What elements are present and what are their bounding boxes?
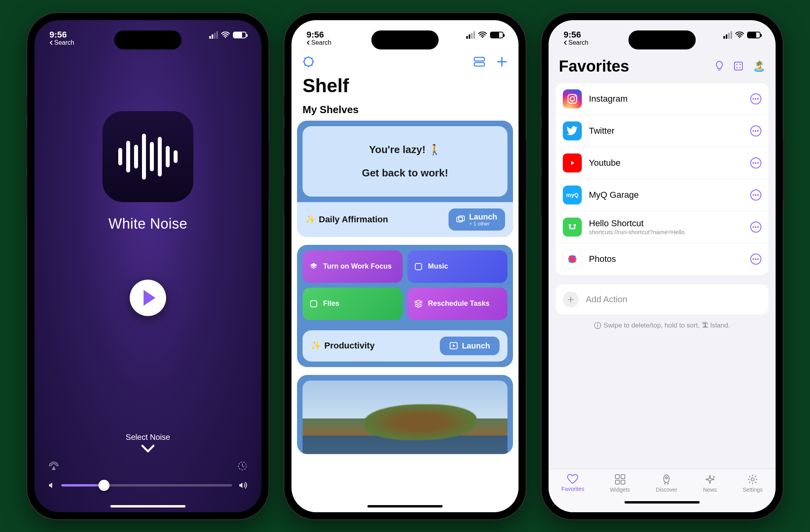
svg-rect-19 xyxy=(734,62,742,70)
page-title: Favorites xyxy=(559,57,629,75)
wifi-icon xyxy=(221,32,230,38)
plus-icon: ＋ xyxy=(563,292,579,307)
youtube-icon xyxy=(563,153,582,172)
app-title: White Noise xyxy=(108,216,187,232)
island-icon[interactable]: 🏝️ xyxy=(753,60,765,72)
play-button[interactable] xyxy=(130,280,166,316)
favorite-row[interactable]: Youtube ••• xyxy=(556,147,768,179)
tile-music[interactable]: Music xyxy=(407,250,507,283)
favorite-row[interactable]: Instagram ••• xyxy=(556,83,768,115)
shelf-name: Productivity xyxy=(324,341,375,351)
home-indicator[interactable] xyxy=(367,505,443,507)
favorites-list: Instagram ••• Twitter ••• Youtube ••• my… xyxy=(556,83,768,275)
shelf-productivity[interactable]: Turn on Work Focus Music Files Reschedul… xyxy=(297,245,513,367)
volume-low-icon xyxy=(48,482,55,489)
square-icon xyxy=(309,299,318,309)
add-icon[interactable] xyxy=(496,56,507,67)
svg-point-29 xyxy=(570,228,571,229)
volume-slider[interactable] xyxy=(48,481,248,489)
svg-point-47 xyxy=(751,478,754,481)
select-noise-label: Select Noise xyxy=(126,433,170,442)
more-icon[interactable]: ••• xyxy=(750,189,761,201)
signal-icon xyxy=(209,31,218,39)
sparkle-icon: ✨ xyxy=(310,341,321,351)
svg-rect-27 xyxy=(569,224,571,226)
gear-icon xyxy=(747,474,758,485)
airplay-icon[interactable] xyxy=(48,460,60,471)
hint-text: Swipe to delete/top, hold to sort, 🏝 Isl… xyxy=(549,322,776,329)
svg-rect-44 xyxy=(615,480,619,484)
shelf-name: Daily Affirmation xyxy=(319,214,388,225)
launch-icon xyxy=(456,216,465,223)
square-icon xyxy=(414,262,423,271)
svg-rect-28 xyxy=(573,224,576,226)
svg-rect-42 xyxy=(615,475,619,479)
tab-favorites[interactable]: Favorites xyxy=(562,474,585,492)
tab-settings[interactable]: Settings xyxy=(743,474,763,493)
svg-rect-14 xyxy=(457,217,462,222)
settings-icon[interactable] xyxy=(303,56,314,68)
wifi-icon xyxy=(478,32,487,38)
more-icon[interactable]: ••• xyxy=(750,254,761,265)
twitter-icon xyxy=(563,121,582,140)
app-title: Shelf xyxy=(291,68,519,98)
battery-icon xyxy=(490,32,503,38)
tile-files[interactable]: Files xyxy=(303,288,403,320)
volume-high-icon xyxy=(238,481,248,489)
sparkle-icon: ✨ xyxy=(305,214,316,225)
home-indicator[interactable] xyxy=(625,501,700,504)
tile-work-focus[interactable]: Turn on Work Focus xyxy=(303,250,403,283)
shelf-daily-affirmation[interactable]: You're lazy! 🚶 Get back to work! ✨Daily … xyxy=(297,121,513,237)
layout-icon[interactable] xyxy=(473,57,485,67)
svg-point-40 xyxy=(597,324,598,324)
svg-point-17 xyxy=(739,37,740,38)
favorite-row[interactable]: myQ MyQ Garage ••• xyxy=(556,179,768,211)
favorite-row[interactable]: Hello Shortcut shortcuts://run-shortcut?… xyxy=(556,211,768,243)
svg-rect-12 xyxy=(474,57,484,61)
home-indicator[interactable] xyxy=(110,505,185,507)
status-time: 9:56 xyxy=(49,30,67,40)
back-search[interactable]: Search xyxy=(307,39,331,46)
shelf-photo[interactable] xyxy=(297,375,513,454)
shortcut-icon xyxy=(563,218,582,237)
svg-rect-45 xyxy=(621,480,625,484)
tile-reschedule[interactable]: Reschedule Tasks xyxy=(407,288,507,320)
more-icon[interactable]: ••• xyxy=(750,222,761,233)
affirmation-widget: You're lazy! 🚶 Get back to work! xyxy=(303,126,507,197)
stack-icon xyxy=(414,299,423,309)
tab-news[interactable]: News xyxy=(703,474,717,493)
svg-rect-41 xyxy=(597,325,598,327)
tab-widgets[interactable]: Widgets xyxy=(610,474,630,493)
launch-button[interactable]: Launch xyxy=(440,337,500,355)
svg-point-25 xyxy=(570,97,575,101)
tab-discover[interactable]: Discover xyxy=(656,474,677,493)
widgets-icon xyxy=(615,474,626,485)
sparkle-icon xyxy=(704,474,715,485)
add-action-button[interactable]: ＋ Add Action xyxy=(556,284,768,314)
timer-icon[interactable] xyxy=(237,460,248,471)
photos-icon xyxy=(563,250,582,269)
chevron-down-icon[interactable] xyxy=(141,444,155,453)
svg-point-23 xyxy=(740,67,741,68)
signal-icon xyxy=(723,31,732,39)
grid-icon[interactable] xyxy=(734,61,743,71)
more-icon[interactable]: ••• xyxy=(750,93,761,104)
svg-point-30 xyxy=(573,228,575,229)
back-search[interactable]: Search xyxy=(564,39,589,46)
more-icon[interactable]: ••• xyxy=(750,125,761,136)
launch-button[interactable]: Launch + 1 other xyxy=(449,208,505,231)
wifi-icon xyxy=(735,32,744,38)
battery-icon xyxy=(747,32,761,38)
battery-icon xyxy=(233,32,246,38)
bulb-icon[interactable] xyxy=(715,61,724,72)
favorite-row[interactable]: Photos ••• xyxy=(556,243,768,275)
svg-point-22 xyxy=(736,67,738,68)
svg-point-46 xyxy=(666,477,668,479)
focus-icon xyxy=(309,262,318,271)
back-search[interactable]: Search xyxy=(49,39,74,46)
favorite-row[interactable]: Twitter ••• xyxy=(556,115,768,147)
white-noise-icon xyxy=(102,111,193,202)
svg-rect-15 xyxy=(459,216,464,221)
more-icon[interactable]: ••• xyxy=(750,157,761,168)
svg-point-21 xyxy=(740,64,741,65)
